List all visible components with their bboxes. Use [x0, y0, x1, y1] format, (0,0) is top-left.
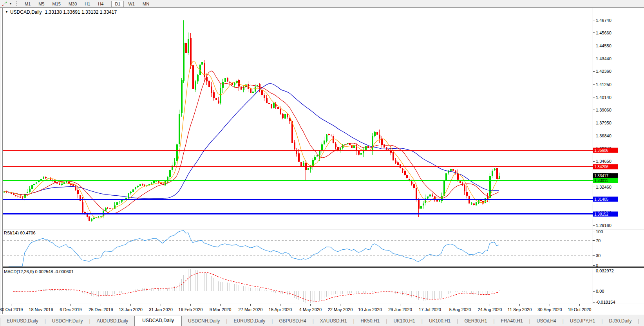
price-tag-support-2: 1.30152 — [593, 211, 618, 216]
svg-text:29 Jun 2020: 29 Jun 2020 — [388, 307, 412, 312]
toolbar-separator — [155, 1, 155, 7]
macd-indicator-label: MACD(12,26,9) 0.002548 -0.000601 — [4, 269, 74, 274]
svg-text:1.44550: 1.44550 — [596, 43, 611, 48]
timeframe-d1-button[interactable]: D1 — [111, 1, 124, 7]
chart-tab-uk100-h1[interactable]: UK100,H1 — [423, 317, 457, 326]
chevron-down-icon[interactable]: ▼ — [9, 2, 12, 5]
chart-title: ▼USDCAD,Daily1.33138 1.33691 1.33132 1.3… — [5, 9, 117, 15]
chart-tab-usdjpy-h1[interactable]: USDJPY,H1 — [564, 317, 601, 326]
chart-tab-eurusd-daily[interactable]: EURUSD,Daily — [227, 317, 271, 326]
rsi-indicator-label: RSI(14) 60.4706 — [4, 231, 36, 235]
svg-text:1.37950: 1.37950 — [596, 121, 611, 125]
svg-text:0.032972: 0.032972 — [596, 268, 614, 273]
price-tag-support-1: 1.31405 — [593, 197, 618, 202]
svg-text:1.41250: 1.41250 — [596, 82, 611, 87]
svg-text:1.36840: 1.36840 — [596, 133, 611, 138]
chart-symbol-period: USDCAD,Daily — [10, 9, 42, 15]
svg-text:1.39060: 1.39060 — [596, 108, 611, 112]
price-tag-current-price: 1.33417 — [593, 173, 618, 178]
svg-text:1.32460: 1.32460 — [596, 185, 611, 189]
price-tag-resistance-2: 1.34206 — [593, 164, 618, 169]
timeframe-h4-button[interactable]: H4 — [94, 1, 107, 7]
collapse-triangle-icon[interactable]: ▼ — [5, 10, 8, 14]
svg-text:25 Dec 2019: 25 Dec 2019 — [89, 307, 113, 312]
svg-text:15 Apr 2020: 15 Apr 2020 — [269, 307, 292, 312]
toolbar-drag-handle[interactable] — [16, 1, 17, 6]
price-tag-resistance-1: 1.35606 — [593, 148, 618, 153]
svg-text:22 May 2020: 22 May 2020 — [328, 307, 353, 312]
svg-text:17 Jul 2020: 17 Jul 2020 — [419, 307, 441, 312]
chart-tab-china300-h1[interactable]: CHINA300,H1 — [639, 317, 644, 326]
chart-tab-xauusd-h1[interactable]: XAUUSD,H1 — [314, 317, 353, 326]
mt4-terminal: { "toolbar": { "timeframes": ["M1","M5",… — [0, 0, 644, 326]
svg-text:-0.018154: -0.018154 — [596, 300, 615, 304]
chart-tab-usdcad-daily[interactable]: USDCAD,Daily — [134, 316, 182, 326]
chart-tab-usdcnh-daily[interactable]: USDCNH,Daily — [182, 317, 226, 326]
svg-text:4 May 2020: 4 May 2020 — [299, 307, 322, 312]
svg-text:1.46740: 1.46740 — [596, 18, 611, 23]
timeframe-w1-button[interactable]: W1 — [125, 1, 138, 7]
svg-text:27 Mar 2020: 27 Mar 2020 — [239, 307, 263, 312]
svg-text:1.42360: 1.42360 — [596, 69, 611, 74]
svg-text:100: 100 — [596, 229, 603, 234]
chart-area[interactable]: 1.467401.456601.445501.434401.423601.412… — [0, 0, 644, 326]
chart-tab-dj30-daily[interactable]: DJ30,Daily — [602, 317, 638, 326]
timeframe-h1-button[interactable]: H1 — [81, 1, 94, 7]
svg-text:0: 0 — [596, 263, 598, 268]
svg-text:1.40140: 1.40140 — [596, 95, 611, 100]
svg-text:6 Dec 2019: 6 Dec 2019 — [60, 307, 81, 312]
svg-text:30 Sep 2020: 30 Sep 2020 — [537, 307, 562, 312]
svg-text:9 Mar 2020: 9 Mar 2020 — [210, 307, 232, 312]
svg-text:1.34650: 1.34650 — [596, 159, 611, 164]
svg-text:1.43440: 1.43440 — [596, 56, 611, 61]
chart-tab-ger30-h1[interactable]: GER30,H1 — [458, 317, 493, 326]
timeframe-m15-button[interactable]: M15 — [49, 1, 64, 7]
chart-tab-hk50-h1[interactable]: HK50,H1 — [355, 317, 386, 326]
timeframe-m30-button[interactable]: M30 — [65, 1, 80, 7]
chart-tab-eurusd-daily[interactable]: EURUSD,Daily — [0, 317, 45, 326]
timeframe-mn-button[interactable]: MN — [139, 1, 153, 7]
svg-text:1.45660: 1.45660 — [596, 31, 611, 35]
chart-tab-uk100-h1[interactable]: UK100,H1 — [387, 317, 421, 326]
chart-tool-icon[interactable] — [2, 1, 8, 7]
price-tag-pivot: 1.33011 — [593, 178, 618, 183]
svg-text:11 Sep 2020: 11 Sep 2020 — [508, 307, 532, 312]
chart-tabbar: EURUSD,Daily|USDCHF,Daily|AUDUSD,DailyUS… — [0, 315, 644, 326]
svg-text:30: 30 — [596, 253, 601, 258]
toolbar-separator — [109, 1, 109, 7]
svg-text:19 Feb 2020: 19 Feb 2020 — [179, 307, 203, 312]
chart-ohlc-values: 1.33138 1.33691 1.33132 1.33417 — [45, 9, 117, 15]
chart-tab-usoil-h4[interactable]: USOil,H4 — [530, 317, 563, 326]
svg-text:30 Oct 2019: 30 Oct 2019 — [0, 307, 23, 312]
chart-tab-fra40-h1[interactable]: FRA40,H1 — [495, 317, 529, 326]
svg-text:10 Jun 2020: 10 Jun 2020 — [358, 307, 382, 312]
chart-tab-audusd-daily[interactable]: AUDUSD,Daily — [90, 317, 135, 326]
svg-text:31 Jan 2020: 31 Jan 2020 — [149, 307, 173, 312]
timeframe-m5-button[interactable]: M5 — [35, 1, 48, 7]
timeframe-toolbar: ▼ M1M5M15M30H1H4D1W1MN — [0, 0, 644, 7]
svg-text:5 Aug 2020: 5 Aug 2020 — [449, 307, 471, 312]
chart-tab-usdchf-daily[interactable]: USDCHF,Daily — [46, 317, 89, 326]
svg-text:19 Oct 2020: 19 Oct 2020 — [568, 307, 592, 312]
chart-tab-gbpusd-h4[interactable]: GBPUSD,H4 — [273, 317, 312, 326]
svg-text:13 Jan 2020: 13 Jan 2020 — [119, 307, 143, 312]
timeframe-m1-button[interactable]: M1 — [21, 1, 34, 7]
svg-text:18 Nov 2019: 18 Nov 2019 — [29, 307, 53, 312]
svg-text:70: 70 — [596, 238, 601, 243]
svg-text:24 Aug 2020: 24 Aug 2020 — [478, 307, 502, 312]
svg-text:0.00: 0.00 — [596, 289, 604, 294]
svg-text:1.29160: 1.29160 — [596, 223, 611, 228]
